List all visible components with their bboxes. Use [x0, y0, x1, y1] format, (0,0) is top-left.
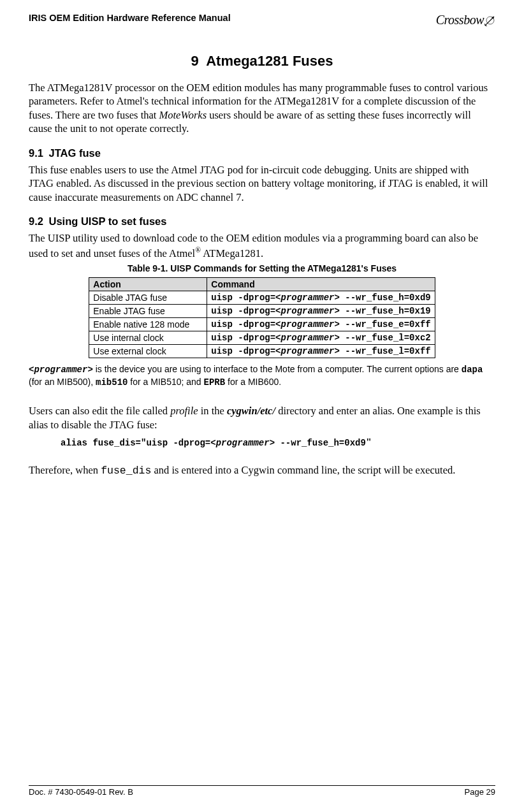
command-cell: uisp -dprog=<programmer> --wr_fuse_h=0x1…: [207, 305, 435, 318]
section-9-2-text: The UISP utility used to download code t…: [29, 231, 495, 259]
table-caption: Table 9-1. UISP Commands for Setting the…: [29, 263, 495, 273]
section-9-1-heading: 9.1 JTAG fuse: [29, 147, 495, 159]
command-cell: uisp -dprog=<programmer> --wr_fuse_l=0xc…: [207, 331, 435, 345]
crossbow-arrow-icon: [484, 14, 497, 27]
command-cell: uisp -dprog=<programmer> --wr_fuse_h=0xd…: [207, 291, 435, 305]
page-footer: Doc. # 7430-0549-01 Rev. B Page 29: [29, 785, 495, 797]
page-header: IRIS OEM Edition Hardware Reference Manu…: [29, 13, 495, 27]
section-9-1-text: This fuse enables users to use the Atmel…: [29, 163, 495, 204]
intro-paragraph: The ATMega1281V processor on the OEM edi…: [29, 81, 495, 136]
action-header: Action: [89, 278, 207, 291]
command-header: Command: [207, 278, 435, 291]
page-number: Page 29: [465, 787, 495, 797]
table-row: Use internal clock uisp -dprog=<programm…: [89, 331, 435, 345]
uisp-commands-table: Action Command Disable JTAG fuse uisp -d…: [89, 277, 435, 358]
command-cell: uisp -dprog=<programmer> --wr_fuse_l=0xf…: [207, 345, 435, 358]
manual-title: IRIS OEM Edition Hardware Reference Manu…: [29, 13, 231, 23]
profile-paragraph: Users can also edit the file called prof…: [29, 404, 495, 431]
programmer-note: <programmer> is the device you are using…: [29, 363, 495, 389]
action-cell: Disable JTAG fuse: [89, 291, 207, 305]
action-cell: Use external clock: [89, 345, 207, 358]
action-cell: Use internal clock: [89, 331, 207, 345]
table-header-row: Action Command: [89, 278, 435, 291]
table-row: Disable JTAG fuse uisp -dprog=<programme…: [89, 291, 435, 305]
alias-code: alias fuse_dis="uisp -dprog=<programmer>…: [61, 437, 495, 448]
crossbow-logo: Crossbow: [436, 13, 495, 27]
command-cell: uisp -dprog=<programmer> --wr_fuse_e=0xf…: [207, 318, 435, 331]
therefore-paragraph: Therefore, when fuse_dis and is entered …: [29, 463, 495, 477]
table-row: Use external clock uisp -dprog=<programm…: [89, 345, 435, 358]
table-row: Enable JTAG fuse uisp -dprog=<programmer…: [89, 305, 435, 318]
chapter-heading: 9 Atmega1281 Fuses: [29, 53, 495, 69]
action-cell: Enable JTAG fuse: [89, 305, 207, 318]
table-row: Enable native 128 mode uisp -dprog=<prog…: [89, 318, 435, 331]
action-cell: Enable native 128 mode: [89, 318, 207, 331]
doc-number: Doc. # 7430-0549-01 Rev. B: [29, 787, 133, 797]
section-9-2-heading: 9.2 Using UISP to set fuses: [29, 215, 495, 228]
